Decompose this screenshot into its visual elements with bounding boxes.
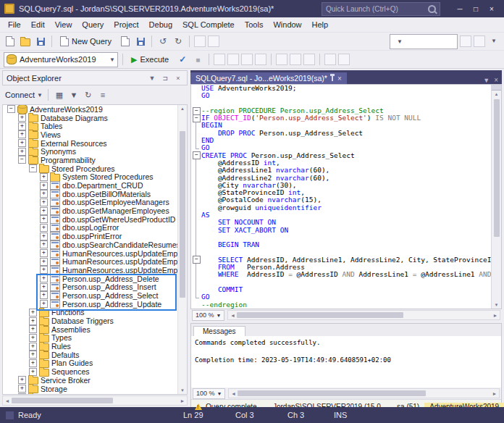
tree-item-database-diagrams[interactable]: +Database Diagrams — [3, 114, 187, 122]
splitter-handle[interactable] — [492, 85, 501, 91]
cancel-query-icon[interactable]: ■ — [191, 53, 204, 66]
scroll-up-icon[interactable]: ▲ — [180, 105, 185, 112]
tree-item-person-usp-address-select[interactable]: +Person.usp_Address_Select — [3, 291, 187, 300]
tree-item-dbo-uspgetwhereusedproductid[interactable]: +dbo.uspGetWhereUsedProductID — [3, 215, 187, 224]
tree-item-plan-guides[interactable]: +Plan Guides — [3, 359, 187, 368]
tree-item-programmability[interactable]: −Programmability — [3, 156, 187, 164]
tab-messages[interactable]: Messages — [193, 326, 245, 336]
tree-item-adventureworks2019[interactable]: −AdventureWorks2019 — [3, 105, 187, 114]
code-line[interactable]: --endregion — [191, 301, 491, 309]
expand-icon[interactable]: + — [40, 198, 48, 206]
expand-icon[interactable]: + — [40, 300, 48, 308]
scroll-left-icon[interactable]: ◄ — [3, 398, 12, 403]
tree-item-dbo-department-crud[interactable]: +dbo.Department_CRUD — [3, 181, 187, 190]
new-query-button[interactable]: New Query — [56, 35, 117, 48]
close-tab-icon[interactable]: × — [337, 75, 342, 83]
menu-view[interactable]: View — [50, 18, 77, 31]
expand-icon[interactable]: + — [40, 275, 48, 282]
tree-item-person-usp-address-insert[interactable]: +Person.usp_Address_Insert — [3, 282, 187, 291]
expand-icon[interactable]: + — [18, 122, 26, 130]
code-line[interactable]: @rowguid uniqueidentifier — [191, 204, 491, 212]
editor-vertical-scrollbar[interactable]: ▲ ▼ — [491, 85, 501, 309]
toolbar-icon[interactable] — [208, 35, 219, 47]
collapse-icon[interactable]: − — [29, 164, 37, 172]
tree-item-dbo-uspgetemployeemanagers[interactable]: +dbo.uspGetEmployeeManagers — [3, 198, 187, 207]
code-line[interactable]: DROP PROC Person.usp_Address_Select — [191, 130, 491, 137]
expand-icon[interactable]: + — [29, 359, 37, 367]
menu-query[interactable]: Query — [77, 18, 109, 31]
toolbar-icon[interactable] — [460, 35, 471, 47]
tree-item-dbo-uspgetmanageremployees[interactable]: +dbo.uspGetManagerEmployees — [3, 206, 187, 215]
expand-icon[interactable]: + — [40, 224, 48, 232]
tree-item-external-resources[interactable]: +External Resources — [3, 139, 187, 148]
expand-icon[interactable]: + — [40, 190, 48, 198]
toolbar-options-icon[interactable]: ▼ — [487, 35, 500, 48]
new-project-button[interactable] — [4, 35, 17, 48]
close-panel-icon[interactable]: × — [173, 75, 183, 82]
database-combo[interactable]: AdventureWorks2019 ▼ — [4, 52, 118, 67]
menu-help[interactable]: Help — [307, 18, 334, 31]
tree-item-views[interactable]: +Views — [3, 130, 187, 139]
fold-collapse-icon[interactable]: − — [191, 107, 201, 114]
toolbar-icon[interactable] — [255, 54, 266, 65]
tree-item-synonyms[interactable]: +Synonyms — [3, 147, 187, 156]
toolbar-icon[interactable] — [303, 54, 315, 65]
tree-item-stored-procedures[interactable]: −Stored Procedures — [3, 164, 187, 173]
toolbar-icon[interactable] — [474, 35, 485, 47]
scripting-icon[interactable]: ▦ — [54, 91, 65, 100]
scroll-up-icon[interactable]: ▲ — [495, 91, 499, 98]
collapse-icon[interactable]: − — [18, 156, 26, 164]
tree-item-dbo-uspsearchcandidateresumes[interactable]: +dbo.uspSearchCandidateResumes — [3, 240, 187, 249]
close-button[interactable]: × — [484, 1, 500, 16]
expand-icon[interactable]: + — [40, 266, 48, 274]
tree-item-person-usp-address-update[interactable]: +Person.usp_Address_Update — [3, 300, 187, 309]
scrollbar-thumb[interactable] — [12, 398, 113, 403]
tree-item-system-stored-procedures[interactable]: +System Stored Procedures — [3, 173, 187, 182]
filter-icon[interactable]: ▼ — [68, 91, 80, 99]
expand-icon[interactable]: + — [40, 240, 48, 248]
collapse-icon[interactable]: − — [7, 105, 15, 113]
expand-icon[interactable]: + — [18, 148, 26, 156]
messages-horizontal-scrollbar[interactable]: ◄ ► — [228, 388, 500, 398]
code-line[interactable]: BEGIN TRAN — [191, 241, 491, 248]
expand-icon[interactable]: + — [40, 215, 48, 223]
expand-icon[interactable]: + — [40, 258, 48, 266]
editor-zoom-control[interactable]: 100 % ▼ — [192, 310, 224, 321]
tree-item-storage[interactable]: +Storage — [3, 385, 187, 393]
expand-icon[interactable]: + — [18, 114, 26, 122]
code-line[interactable]: COMMIT — [191, 286, 491, 293]
expand-icon[interactable]: + — [40, 291, 48, 299]
tree-horizontal-scrollbar[interactable]: ◄ ► — [2, 395, 188, 406]
menu-file[interactable]: File — [3, 18, 26, 31]
code-line[interactable]: SET XACT_ABORT ON — [191, 227, 491, 234]
tree-item-humanresources-uspupdateemployee[interactable]: +HumanResources.uspUpdateEmployee — [3, 249, 187, 258]
toolbar-icon[interactable] — [194, 35, 206, 47]
scrollbar-thumb[interactable] — [180, 131, 185, 298]
tab-sqlquery7[interactable]: SQLQuery7.sql - Jo...eWorks2019(sa)* × — [190, 72, 347, 84]
tree-item-service-broker[interactable]: +Service Broker — [3, 376, 187, 385]
expand-icon[interactable]: + — [29, 325, 37, 333]
tree-item-rules[interactable]: +Rules — [3, 342, 187, 351]
expand-icon[interactable]: + — [40, 249, 48, 257]
tree-item-humanresources-uspupdateemployee[interactable]: +HumanResources.uspUpdateEmployee — [3, 257, 187, 266]
tree-item-dbo-usplogerror[interactable]: +dbo.uspLogError — [3, 224, 187, 233]
expand-icon[interactable]: + — [40, 182, 48, 190]
connect-button[interactable]: Connect ▼ — [5, 91, 43, 99]
toolbar-icon[interactable] — [227, 54, 239, 65]
scroll-right-icon[interactable]: ► — [490, 391, 499, 396]
quick-launch-input[interactable]: Quick Launch (Ctrl+Q) — [322, 2, 440, 16]
tree-item-database-triggers[interactable]: +Database Triggers — [3, 317, 187, 325]
fold-collapse-icon[interactable]: − — [191, 152, 201, 159]
tree-vertical-scrollbar[interactable]: ▲ ▼ — [177, 105, 187, 394]
scroll-left-icon[interactable]: ◄ — [228, 313, 237, 318]
tree-item-types[interactable]: +Types — [3, 334, 187, 343]
expand-icon[interactable]: + — [29, 334, 37, 342]
tree-item-assemblies[interactable]: +Assemblies — [3, 325, 187, 334]
pin-icon[interactable] — [332, 76, 333, 81]
tree-item-dbo-uspprinterror[interactable]: +dbo.uspPrintError — [3, 232, 187, 240]
code-line[interactable]: GO — [191, 92, 491, 99]
toolbar-icon[interactable] — [338, 54, 350, 65]
tree-item-defaults[interactable]: +Defaults — [3, 351, 187, 359]
parse-icon[interactable]: ✓ — [176, 53, 189, 66]
open-query-button[interactable] — [119, 35, 132, 48]
